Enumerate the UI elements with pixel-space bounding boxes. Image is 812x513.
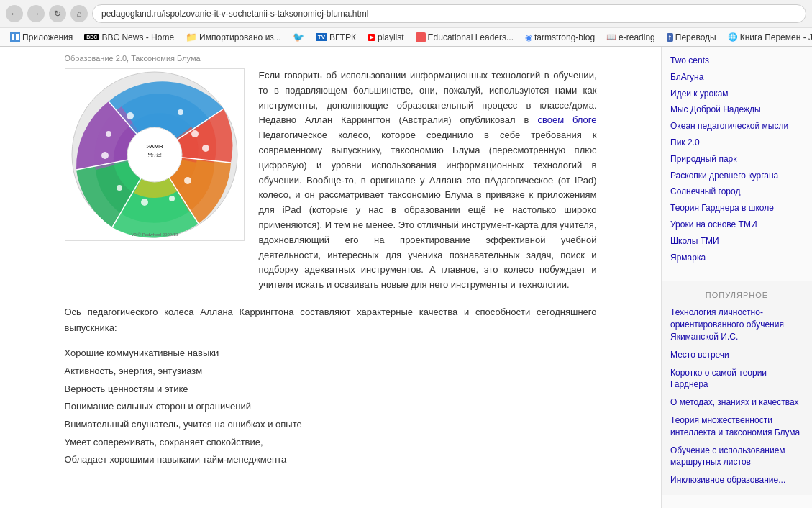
popular-link-1[interactable]: Технология личностно-ориентированного об… — [670, 304, 803, 345]
svg-point-11 — [202, 145, 209, 152]
home-button[interactable]: ⌂ — [70, 5, 88, 22]
youtube-icon: ▶ — [368, 34, 375, 41]
sidebar: Two cents БлАгуна Идеи к урокам Мыс Добр… — [661, 47, 812, 508]
svg-point-12 — [178, 109, 183, 115]
bookmark-bbc-label: BBC News - Home — [101, 32, 174, 42]
bookmark-imported-label: Импортировано из... — [199, 32, 281, 42]
bookmark-ereading[interactable]: 📖 e-reading — [602, 31, 660, 44]
bookmark-vgtrk[interactable]: TV ВГТРК — [311, 31, 360, 44]
sidebar-link-ocean[interactable]: Океан педагогической мысли — [670, 118, 803, 135]
article-full-para: Ось педагогического колеса Аллана Каррин… — [65, 304, 597, 336]
sidebar-link-pik[interactable]: Пик 2.0 — [670, 135, 803, 151]
vgtrk-icon: TV — [316, 33, 327, 41]
popular-header: ПОПУЛЯРНОЕ — [670, 286, 803, 304]
sidebar-link-shkoly[interactable]: Школы ТМИ — [670, 233, 803, 250]
content-area[interactable]: Образование 2.0, Таксономия Блума — [0, 47, 661, 508]
browser-toolbar: ← → ↻ ⌂ — [0, 0, 812, 27]
bookmark-apps-label: Приложения — [22, 32, 73, 42]
sidebar-link-blaguna[interactable]: БлАгуна — [670, 69, 803, 86]
intro-text-after-link: Педагогическое колесо, которое соединило… — [259, 130, 597, 290]
popular-link-7[interactable]: Инклюзивное образование... — [670, 471, 803, 489]
article-section: SAMR Model — [65, 68, 597, 293]
list-item-4: Понимание сильных сторон и ограничений — [65, 398, 597, 416]
svg-point-15 — [101, 152, 109, 159]
svg-point-16 — [117, 185, 122, 191]
svg-point-17 — [141, 199, 148, 206]
bookmark-playlist[interactable]: ▶ playlist — [363, 31, 409, 44]
popular-link-2[interactable]: Место встречи — [670, 346, 803, 364]
svg-point-10 — [191, 130, 199, 137]
article-list: Хорошие коммуникативные навыки Активност… — [65, 345, 597, 469]
edu-icon — [416, 32, 426, 42]
bookmark-playlist-label: playlist — [378, 32, 404, 42]
address-bar[interactable] — [92, 4, 806, 23]
wheel-container: SAMR Model — [65, 68, 245, 241]
sidebar-link-raskopki[interactable]: Раскопки древнего кургана — [670, 168, 803, 184]
list-item-6: Умеет сопереживать, сохраняет спокойстви… — [65, 434, 597, 452]
sidebar-link-solnechny[interactable]: Солнечный город — [670, 183, 803, 200]
bbc-icon: BBC — [84, 34, 99, 40]
browser-chrome: ← → ↻ ⌂ Приложения BBC BBC News - Home 📁… — [0, 0, 812, 47]
article-intro-text: Если говорить об использовании информаци… — [259, 68, 597, 293]
twitter-icon: 🐦 — [293, 32, 304, 42]
sidebar-link-yarmarka[interactable]: Ярмарка — [670, 250, 803, 266]
svg-point-18 — [169, 196, 175, 201]
sidebar-link-mys[interactable]: Мыс Доброй Надежды — [670, 101, 803, 118]
blog-link[interactable]: своем блоге — [537, 114, 596, 125]
bookmark-perevody-label: Переводы — [675, 32, 716, 42]
bookmark-edu[interactable]: Educational Leaders... — [411, 31, 518, 44]
bookmark-kniga[interactable]: 🌐 Книга Перемен - Ju — [724, 31, 812, 44]
list-item-2: Активность, энергия, энтузиазм — [65, 363, 597, 381]
bookmark-tarmstrong-label: tarmstrong-blog — [534, 32, 595, 42]
svg-text:V3 © Padwheel 2009/13: V3 © Padwheel 2009/13 — [131, 232, 178, 237]
sidebar-links-section: Two cents БлАгуна Идеи к урокам Мыс Добр… — [662, 47, 812, 271]
folder-icon: 📁 — [186, 32, 197, 42]
svg-point-14 — [106, 131, 111, 137]
bookmark-perevody[interactable]: f Переводы — [662, 31, 721, 44]
bookmark-kniga-label: Книга Перемен - Ju — [740, 32, 812, 42]
svg-point-13 — [127, 112, 134, 119]
svg-point-19 — [184, 177, 191, 184]
sidebar-link-idei[interactable]: Идеи к урокам — [670, 86, 803, 102]
content-inner: Образование 2.0, Таксономия Блума — [50, 47, 611, 484]
breadcrumb: Образование 2.0, Таксономия Блума — [65, 54, 597, 63]
forward-button[interactable]: → — [27, 5, 45, 22]
back-button[interactable]: ← — [6, 5, 23, 22]
sidebar-link-uroki[interactable]: Уроки на основе ТМИ — [670, 217, 803, 233]
samr-wheel-svg: SAMR Model — [65, 69, 244, 240]
list-item-3: Верность ценностям и этике — [65, 381, 597, 399]
bookmarks-bar: Приложения BBC BBC News - Home 📁 Импорти… — [0, 27, 812, 46]
article-image: SAMR Model — [65, 68, 245, 293]
sidebar-link-twocents[interactable]: Two cents — [670, 53, 803, 69]
list-item-5: Внимательный слушатель, учится на ошибка… — [65, 416, 597, 434]
bookmark-imported[interactable]: 📁 Импортировано из... — [181, 30, 286, 44]
popular-section: ПОПУЛЯРНОЕ Технология личностно-ориентир… — [662, 281, 812, 495]
bookmark-twitter[interactable]: 🐦 — [288, 30, 309, 44]
popular-link-5[interactable]: Теория множественности интеллекта и такс… — [670, 412, 803, 442]
blog-icon: ◉ — [525, 32, 532, 42]
sidebar-divider — [662, 276, 812, 276]
popular-link-3[interactable]: Коротко о самой теории Гарднера — [670, 364, 803, 394]
svg-text:SAMR: SAMR — [146, 143, 163, 150]
bookmark-tarmstrong[interactable]: ◉ tarmstrong-blog — [521, 31, 599, 44]
list-item-1: Хорошие коммуникативные навыки — [65, 345, 597, 363]
ereading-icon: 📖 — [606, 32, 616, 42]
main-container: Образование 2.0, Таксономия Блума — [0, 47, 812, 508]
kniga-icon: 🌐 — [728, 32, 738, 42]
bookmark-edu-label: Educational Leaders... — [428, 32, 514, 42]
bookmark-bbc[interactable]: BBC BBC News - Home — [80, 31, 178, 44]
popular-link-4[interactable]: О методах, знаниях и качествах — [670, 394, 803, 412]
popular-link-6[interactable]: Обучение с использованием маршрутных лис… — [670, 442, 803, 472]
list-item-7: Обладает хорошими навыками тайм-менеджме… — [65, 451, 597, 469]
bookmark-ereading-label: e-reading — [619, 32, 655, 42]
apps-icon — [10, 32, 20, 42]
bookmark-apps[interactable]: Приложения — [6, 31, 77, 44]
translate-icon: f — [667, 33, 673, 42]
refresh-button[interactable]: ↻ — [49, 5, 66, 22]
bookmark-vgtrk-label: ВГТРК — [329, 32, 356, 42]
sidebar-link-teoriya[interactable]: Теория Гарднера в школе — [670, 200, 803, 217]
sidebar-link-park[interactable]: Природный парк — [670, 151, 803, 168]
